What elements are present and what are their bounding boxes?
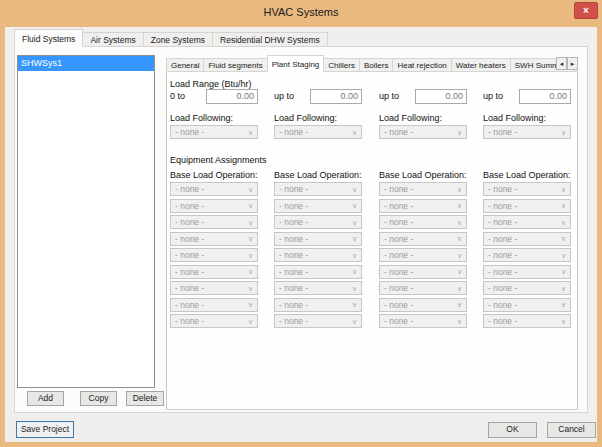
- subtab-plant-staging[interactable]: Plant Staging: [267, 55, 325, 72]
- chevron-down-icon: ∨: [561, 202, 566, 209]
- equipment-dropdown[interactable]: - none - ∨: [274, 199, 362, 213]
- tab-scroll-right-button[interactable]: ▸: [567, 57, 578, 70]
- equipment-dropdown[interactable]: - none - ∨: [379, 199, 467, 213]
- equipment-dropdown[interactable]: - none - ∨: [274, 265, 362, 279]
- subtab-fluid-segments[interactable]: Fluid segments: [203, 58, 267, 72]
- load-range-row: 0 to 0.00: [170, 89, 258, 104]
- load-following-dropdown[interactable]: - none - ∨: [379, 125, 467, 139]
- base-load-operation-label: Base Load Operation:: [379, 170, 467, 180]
- equipment-dropdown[interactable]: - none - ∨: [483, 232, 571, 246]
- save-project-button[interactable]: Save Project: [16, 421, 74, 438]
- chevron-down-icon: ∨: [457, 129, 462, 136]
- load-range-input[interactable]: 0.00: [206, 89, 258, 104]
- chevron-down-icon: ∨: [352, 186, 357, 193]
- subtab-general[interactable]: General: [166, 58, 204, 72]
- dropdown-value: - none -: [279, 184, 308, 194]
- equipment-dropdown[interactable]: - none - ∨: [483, 215, 571, 229]
- equipment-dropdown[interactable]: - none - ∨: [170, 298, 258, 312]
- equipment-dropdown[interactable]: - none - ∨: [170, 215, 258, 229]
- chevron-down-icon: ∨: [457, 235, 462, 242]
- dropdown-value: - none -: [488, 283, 517, 293]
- dropdown-value: - none -: [175, 300, 204, 310]
- equipment-dropdown[interactable]: - none - ∨: [170, 281, 258, 295]
- equipment-dropdown[interactable]: - none - ∨: [274, 182, 362, 196]
- equipment-dropdown[interactable]: - none - ∨: [379, 314, 467, 328]
- add-button[interactable]: Add: [27, 391, 64, 406]
- equipment-dropdown[interactable]: - none - ∨: [483, 182, 571, 196]
- equipment-dropdown[interactable]: - none - ∨: [379, 298, 467, 312]
- dropdown-value: - none -: [384, 316, 413, 326]
- equipment-dropdown[interactable]: - none - ∨: [483, 281, 571, 295]
- equipment-dropdown[interactable]: - none - ∨: [170, 182, 258, 196]
- range-label: up to: [274, 91, 294, 101]
- dropdown-value: - none -: [488, 267, 517, 277]
- window-frame-right: [597, 27, 602, 447]
- cancel-button[interactable]: Cancel: [547, 422, 596, 438]
- base-load-operation-label: Base Load Operation:: [274, 170, 362, 180]
- equipment-dropdown[interactable]: - none - ∨: [274, 281, 362, 295]
- dropdown-value: - none -: [488, 316, 517, 326]
- equipment-dropdown[interactable]: - none - ∨: [379, 281, 467, 295]
- dropdown-value: - none -: [384, 184, 413, 194]
- subtab-chillers[interactable]: Chillers: [323, 58, 360, 72]
- tab-fluid-systems[interactable]: Fluid Systems: [14, 29, 83, 47]
- load-following-label: Load Following:: [379, 113, 442, 123]
- equipment-dropdown[interactable]: - none - ∨: [379, 215, 467, 229]
- base-load-operation-label: Base Load Operation:: [483, 170, 571, 180]
- equipment-dropdown[interactable]: - none - ∨: [170, 199, 258, 213]
- dropdown-value: - none -: [175, 201, 204, 211]
- dropdown-value: - none -: [175, 250, 204, 260]
- equipment-dropdown[interactable]: - none - ∨: [379, 182, 467, 196]
- equipment-dropdown-list: - none - ∨ - none - ∨ - none - ∨ - none …: [483, 182, 571, 331]
- equipment-dropdown[interactable]: - none - ∨: [483, 199, 571, 213]
- chevron-down-icon: ∨: [457, 252, 462, 259]
- load-range-input[interactable]: 0.00: [519, 89, 571, 104]
- load-following-dropdown[interactable]: - none - ∨: [170, 125, 258, 139]
- delete-button[interactable]: Delete: [126, 391, 164, 406]
- tab-scroll-left-button[interactable]: ◂: [556, 57, 567, 70]
- equipment-dropdown[interactable]: - none - ∨: [274, 248, 362, 262]
- close-button[interactable]: ×: [574, 2, 598, 19]
- equipment-dropdown[interactable]: - none - ∨: [170, 232, 258, 246]
- staging-column-1: 0 to 0.00 Load Following: - none - ∨ Bas…: [170, 89, 258, 339]
- range-label: up to: [379, 91, 399, 101]
- equipment-dropdown[interactable]: - none - ∨: [274, 298, 362, 312]
- equipment-dropdown[interactable]: - none - ∨: [274, 215, 362, 229]
- tab-air-systems[interactable]: Air Systems: [82, 32, 143, 47]
- equipment-dropdown[interactable]: - none - ∨: [483, 314, 571, 328]
- equipment-dropdown[interactable]: - none - ∨: [170, 314, 258, 328]
- load-following-dropdown[interactable]: - none - ∨: [483, 125, 571, 139]
- subtab-heat-rejection[interactable]: Heat rejection: [392, 58, 451, 72]
- equipment-dropdown[interactable]: - none - ∨: [170, 248, 258, 262]
- scroll-right-icon: ▸: [571, 60, 575, 67]
- ok-button[interactable]: OK: [488, 422, 537, 438]
- equipment-dropdown[interactable]: - none - ∨: [379, 232, 467, 246]
- equipment-dropdown[interactable]: - none - ∨: [483, 265, 571, 279]
- equipment-dropdown[interactable]: - none - ∨: [379, 248, 467, 262]
- copy-button[interactable]: Copy: [80, 391, 117, 406]
- load-range-input[interactable]: 0.00: [310, 89, 362, 104]
- equipment-dropdown[interactable]: - none - ∨: [274, 232, 362, 246]
- equipment-dropdown[interactable]: - none - ∨: [483, 298, 571, 312]
- chevron-down-icon: ∨: [352, 301, 357, 308]
- tab-zone-systems[interactable]: Zone Systems: [143, 32, 213, 47]
- equipment-dropdown[interactable]: - none - ∨: [274, 314, 362, 328]
- equipment-dropdown[interactable]: - none - ∨: [483, 248, 571, 262]
- list-item-shwsys1[interactable]: SHWSys1: [18, 56, 154, 71]
- equipment-dropdown[interactable]: - none - ∨: [170, 265, 258, 279]
- chevron-down-icon: ∨: [352, 219, 357, 226]
- hvac-systems-dialog: HVAC Systems × Fluid Systems Air Systems…: [0, 0, 602, 447]
- window-frame-left: [0, 27, 5, 447]
- chevron-down-icon: ∨: [457, 285, 462, 292]
- equipment-dropdown[interactable]: - none - ∨: [379, 265, 467, 279]
- tab-residential-dhw-systems[interactable]: Residential DHW Systems: [212, 32, 328, 47]
- subtab-boilers[interactable]: Boilers: [359, 58, 393, 72]
- dropdown-value: - none -: [384, 217, 413, 227]
- subtab-water-heaters[interactable]: Water heaters: [451, 58, 511, 72]
- chevron-down-icon: ∨: [352, 202, 357, 209]
- load-following-dropdown[interactable]: - none - ∨: [274, 125, 362, 139]
- load-range-input[interactable]: 0.00: [415, 89, 467, 104]
- system-list[interactable]: SHWSys1: [17, 55, 155, 388]
- chevron-down-icon: ∨: [561, 235, 566, 242]
- dropdown-value: - none -: [488, 184, 517, 194]
